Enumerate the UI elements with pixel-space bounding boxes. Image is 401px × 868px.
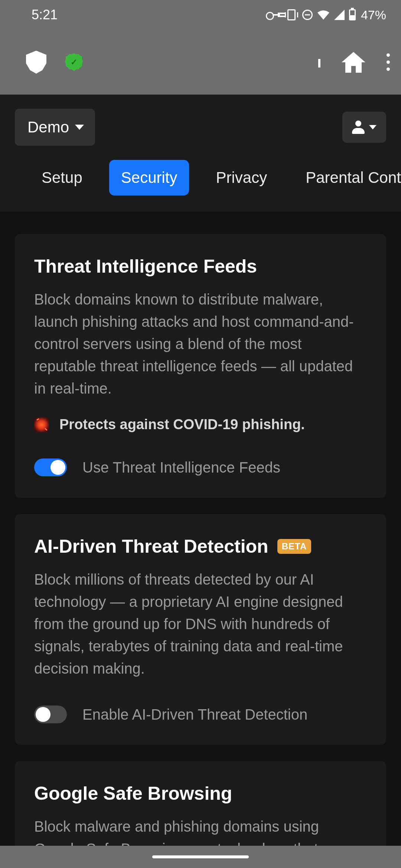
covid-note-text: Protects against COVID-19 phishing. [59, 417, 305, 433]
card-title: Google Safe Browsing [34, 783, 367, 804]
virus-icon [34, 417, 49, 432]
tab-parental-control[interactable]: Parental Control [294, 160, 401, 195]
card-ai-threat-detection: AI-Driven Threat Detection BETA Block mi… [15, 514, 386, 745]
vibrate-icon [285, 10, 298, 20]
wifi-icon [317, 10, 330, 20]
tab-setup[interactable]: Setup [30, 160, 94, 195]
app-bar [0, 30, 401, 95]
toggle-row: Use Threat Intelligence Feeds [34, 458, 367, 476]
status-time: 5:21 [32, 7, 58, 23]
sub-header: Demo [0, 95, 401, 160]
caret-down-icon [75, 125, 84, 130]
cellular-signal-icon [334, 10, 345, 20]
profile-selector-label: Demo [27, 118, 69, 136]
toggle-knob [50, 460, 65, 475]
battery-icon [349, 9, 356, 20]
person-icon [352, 121, 365, 134]
status-bar: 5:21 47% [0, 0, 401, 30]
battery-percentage: 47% [361, 8, 386, 22]
tab-bar: Setup Security Privacy Parental Control … [0, 160, 401, 212]
gesture-handle[interactable] [152, 855, 249, 858]
account-menu-button[interactable] [342, 112, 386, 143]
system-nav-bar [0, 846, 401, 868]
status-right: 47% [266, 8, 386, 22]
toggle-label: Enable AI-Driven Threat Detection [82, 706, 307, 723]
card-title: Threat Intelligence Feeds [34, 256, 367, 277]
toggle-knob [36, 707, 50, 722]
covid-note: Protects against COVID-19 phishing. [34, 417, 367, 433]
content: Threat Intelligence Feeds Block domains … [0, 212, 401, 868]
verified-badge-icon [65, 53, 83, 71]
home-icon [341, 51, 366, 73]
do-not-disturb-icon [302, 10, 313, 20]
card-body: Block millions of threats detected by ou… [34, 568, 367, 680]
tab-privacy[interactable]: Privacy [204, 160, 279, 195]
tab-security[interactable]: Security [109, 160, 189, 195]
card-threat-intelligence-feeds: Threat Intelligence Feeds Block domains … [15, 234, 386, 498]
toggle-ai-threat[interactable] [34, 706, 67, 723]
profile-selector[interactable]: Demo [15, 109, 95, 146]
card-title: AI-Driven Threat Detection BETA [34, 536, 367, 557]
vpn-key-icon [266, 11, 281, 19]
home-button[interactable] [341, 51, 366, 73]
shield-icon [26, 51, 46, 74]
toggle-row: Enable AI-Driven Threat Detection [34, 706, 367, 723]
toggle-label: Use Threat Intelligence Feeds [82, 459, 280, 476]
dots-vertical-icon [387, 53, 390, 57]
card-body: Block domains known to distribute malwar… [34, 288, 367, 400]
back-button[interactable] [318, 59, 320, 66]
toggle-threat-feeds[interactable] [34, 458, 67, 476]
caret-down-icon [369, 125, 376, 129]
beta-badge: BETA [277, 539, 312, 554]
overflow-menu-button[interactable] [387, 53, 390, 71]
chevron-left-icon [318, 59, 320, 68]
